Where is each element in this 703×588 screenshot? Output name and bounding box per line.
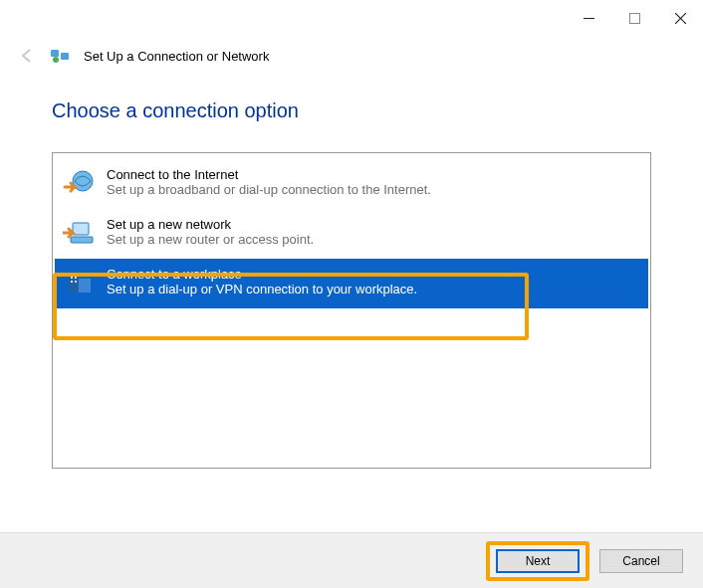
svg-rect-12	[71, 277, 73, 279]
back-arrow-icon	[18, 47, 36, 65]
cancel-button[interactable]: Cancel	[599, 549, 683, 573]
svg-rect-15	[75, 281, 77, 283]
wizard-content: Choose a connection option Connect to th…	[0, 72, 703, 469]
window-title: Set Up a Connection or Network	[84, 49, 269, 64]
svg-rect-13	[75, 277, 77, 279]
cancel-button-label: Cancel	[622, 554, 659, 568]
network-wizard-icon	[50, 46, 70, 66]
svg-rect-8	[73, 223, 89, 235]
wizard-footer: Next Cancel	[0, 532, 703, 588]
svg-point-6	[53, 57, 59, 63]
option-connect-internet[interactable]: Connect to the Internet Set up a broadba…	[55, 159, 648, 209]
option-connect-workplace[interactable]: Connect to a workplace Set up a dial-up …	[55, 259, 648, 308]
svg-rect-11	[79, 279, 91, 293]
maximize-button[interactable]	[611, 4, 657, 32]
instruction-heading: Choose a connection option	[52, 99, 651, 122]
connection-options-list: Connect to the Internet Set up a broadba…	[52, 152, 651, 469]
next-button[interactable]: Next	[496, 549, 580, 573]
option-setup-network[interactable]: Set up a new network Set up a new router…	[55, 209, 648, 259]
option-title: Set up a new network	[107, 217, 314, 232]
svg-rect-9	[71, 237, 93, 243]
svg-rect-4	[51, 50, 59, 57]
svg-rect-14	[71, 281, 73, 283]
svg-rect-5	[61, 53, 69, 60]
wizard-header: Set Up a Connection or Network	[0, 32, 703, 72]
next-button-label: Next	[526, 554, 551, 568]
option-title: Connect to the Internet	[107, 167, 431, 182]
option-desc: Set up a new router or access point.	[107, 232, 314, 247]
svg-rect-10	[69, 275, 79, 293]
option-title: Connect to a workplace	[107, 267, 417, 282]
minimize-button[interactable]	[566, 4, 611, 32]
workplace-icon	[63, 267, 97, 300]
window-titlebar	[0, 0, 703, 32]
globe-icon	[63, 167, 97, 201]
router-icon	[63, 217, 97, 251]
option-desc: Set up a broadband or dial-up connection…	[107, 182, 431, 197]
close-button[interactable]	[657, 4, 703, 32]
option-desc: Set up a dial-up or VPN connection to yo…	[107, 282, 417, 296]
svg-rect-1	[629, 13, 639, 23]
annotation-highlight-next: Next	[486, 541, 589, 581]
